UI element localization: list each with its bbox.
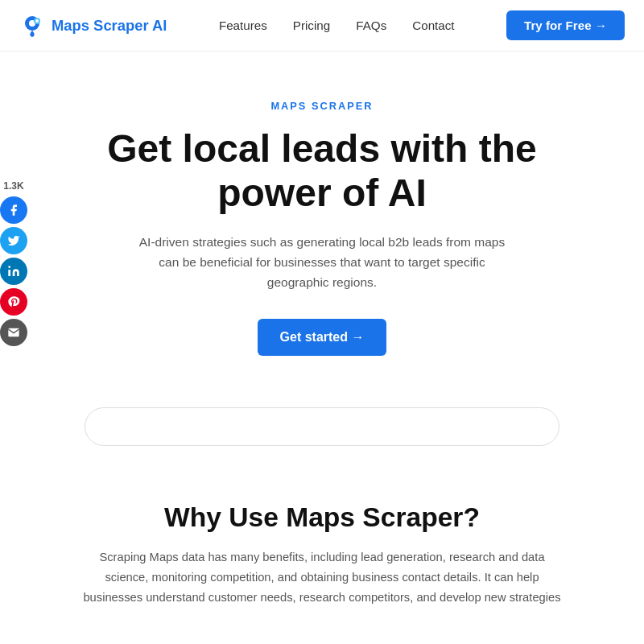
nav-logo-text: Maps Scraper AI bbox=[52, 17, 167, 35]
pinterest-share-button[interactable] bbox=[0, 288, 27, 316]
twitter-share-button[interactable] bbox=[0, 227, 27, 254]
email-share-button[interactable] bbox=[0, 319, 27, 346]
input-bar-container bbox=[0, 388, 644, 454]
linkedin-icon bbox=[7, 265, 20, 278]
hero-tag: MAPS SCRAPER bbox=[64, 100, 580, 112]
navbar: Maps Scraper AI Features Pricing FAQs Co… bbox=[0, 0, 644, 52]
svg-point-4 bbox=[8, 266, 10, 268]
nav-logo[interactable]: Maps Scraper AI bbox=[19, 13, 167, 39]
svg-point-3 bbox=[35, 19, 39, 23]
why-title: Why Use Maps Scraper? bbox=[48, 502, 596, 533]
nav-link-contact[interactable]: Contact bbox=[412, 19, 454, 32]
facebook-icon bbox=[7, 204, 20, 217]
why-description: Scraping Maps data has many benefits, in… bbox=[80, 547, 564, 608]
hero-section: MAPS SCRAPER Get local leads with the po… bbox=[0, 52, 644, 388]
why-section: Why Use Maps Scraper? Scraping Maps data… bbox=[0, 454, 644, 632]
feature-cards-row bbox=[0, 632, 644, 644]
social-share-count: 1.3K bbox=[3, 180, 23, 192]
twitter-icon bbox=[7, 234, 20, 247]
get-started-button[interactable]: Get started → bbox=[258, 319, 387, 356]
try-free-button[interactable]: Try for Free → bbox=[506, 10, 625, 40]
email-icon bbox=[7, 326, 20, 339]
facebook-share-button[interactable] bbox=[0, 196, 27, 224]
nav-link-features[interactable]: Features bbox=[219, 19, 267, 32]
hero-subtitle: AI-driven strategies such as generating … bbox=[129, 233, 515, 292]
nav-links: Features Pricing FAQs Contact bbox=[219, 19, 455, 32]
nav-link-faqs[interactable]: FAQs bbox=[356, 19, 386, 32]
pinterest-icon bbox=[7, 295, 20, 308]
social-sidebar: 1.3K bbox=[0, 177, 27, 349]
linkedin-share-button[interactable] bbox=[0, 258, 27, 285]
hero-title: Get local leads with the power of AI bbox=[64, 126, 580, 215]
search-input-bar[interactable] bbox=[85, 407, 559, 446]
nav-link-pricing[interactable]: Pricing bbox=[293, 19, 330, 32]
logo-icon bbox=[19, 13, 45, 39]
